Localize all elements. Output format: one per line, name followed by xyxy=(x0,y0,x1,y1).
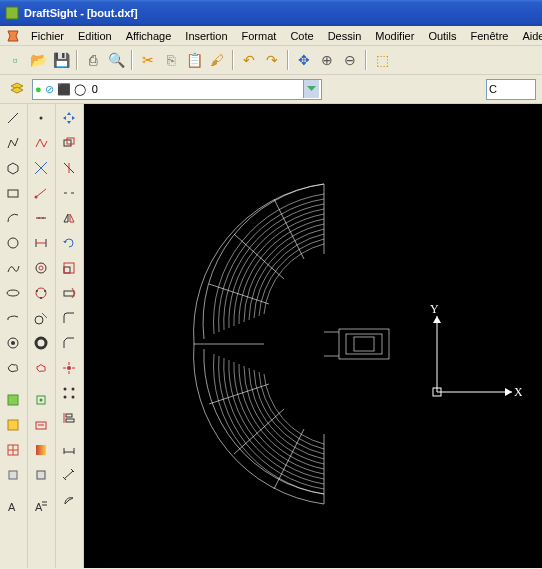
mirror-icon[interactable] xyxy=(58,207,80,229)
spline-icon[interactable] xyxy=(2,257,24,279)
attach-icon[interactable] xyxy=(30,414,52,436)
offset-icon[interactable] xyxy=(58,132,80,154)
svg-rect-85 xyxy=(354,337,374,351)
dim1-icon[interactable] xyxy=(58,439,80,461)
svg-point-20 xyxy=(35,196,38,199)
mdi-icon[interactable] xyxy=(5,28,21,44)
dim2-icon[interactable] xyxy=(58,464,80,486)
ucs-icon[interactable]: ⬚ xyxy=(371,49,393,71)
paint-icon[interactable]: 🖌 xyxy=(206,49,228,71)
stretch-icon[interactable] xyxy=(58,282,80,304)
open-icon[interactable]: 📂 xyxy=(27,49,49,71)
menu-fenetre[interactable]: Fenêtre xyxy=(464,28,516,44)
ellarc-icon[interactable] xyxy=(2,307,24,329)
text-icon[interactable]: A xyxy=(2,496,24,518)
hatch-icon[interactable] xyxy=(2,439,24,461)
pline2-icon[interactable] xyxy=(30,132,52,154)
svg-text:A: A xyxy=(35,501,43,513)
undo-icon[interactable]: ↶ xyxy=(238,49,260,71)
tangent-icon[interactable] xyxy=(30,307,52,329)
app-icon xyxy=(4,5,20,21)
cut-icon[interactable]: ✂ xyxy=(137,49,159,71)
menu-fichier[interactable]: Fichier xyxy=(24,28,71,44)
svg-point-22 xyxy=(38,217,40,219)
polyline-icon[interactable] xyxy=(2,132,24,154)
align-icon[interactable] xyxy=(58,407,80,429)
zoom-in-icon[interactable]: ⊕ xyxy=(316,49,338,71)
axis-x-label: X xyxy=(514,385,522,399)
menu-edition[interactable]: Edition xyxy=(71,28,119,44)
insert-icon[interactable] xyxy=(30,389,52,411)
svg-point-32 xyxy=(40,297,42,299)
ring-icon[interactable] xyxy=(30,332,52,354)
layer-print-icon: ◯ xyxy=(74,83,86,96)
color-dropdown[interactable]: C xyxy=(486,79,536,100)
arc-icon[interactable] xyxy=(2,207,24,229)
gradient-icon[interactable] xyxy=(30,439,52,461)
move-icon[interactable] xyxy=(58,107,80,129)
block-icon[interactable] xyxy=(2,389,24,411)
rotate-icon[interactable] xyxy=(58,232,80,254)
new-icon[interactable]: ▫ xyxy=(4,49,26,71)
donut-icon[interactable] xyxy=(2,332,24,354)
rect-icon[interactable] xyxy=(2,182,24,204)
pan-icon[interactable]: ✥ xyxy=(293,49,315,71)
menu-aide[interactable]: Aide xyxy=(515,28,542,44)
trim-icon[interactable] xyxy=(58,157,80,179)
point-icon[interactable] xyxy=(30,107,52,129)
menu-affichage[interactable]: Affichage xyxy=(119,28,179,44)
break-icon[interactable] xyxy=(58,182,80,204)
chamfer-icon[interactable] xyxy=(58,332,80,354)
circ3-icon[interactable] xyxy=(30,282,52,304)
svg-point-23 xyxy=(42,217,44,219)
ellipse-icon[interactable] xyxy=(2,282,24,304)
circle-icon[interactable] xyxy=(2,232,24,254)
title-bar: DraftSight - [bout.dxf] xyxy=(0,0,542,26)
fillet-icon[interactable] xyxy=(58,307,80,329)
menu-format[interactable]: Format xyxy=(235,28,284,44)
xline-icon[interactable] xyxy=(30,157,52,179)
toolbar-main: ▫📂💾⎙🔍✂⎘📋🖌↶↷✥⊕⊖⬚ xyxy=(0,46,542,75)
circ2-icon[interactable] xyxy=(30,257,52,279)
region-icon[interactable] xyxy=(2,464,24,486)
svg-line-73 xyxy=(69,498,73,500)
menu-bar: Fichier Edition Affichage Insertion Form… xyxy=(0,26,542,46)
ray-icon[interactable] xyxy=(30,182,52,204)
print-icon[interactable]: ⎙ xyxy=(82,49,104,71)
scale-icon[interactable] xyxy=(58,257,80,279)
line-icon[interactable] xyxy=(2,107,24,129)
svg-point-27 xyxy=(36,263,46,273)
svg-point-5 xyxy=(8,238,18,248)
mtext-icon[interactable]: A xyxy=(30,496,52,518)
dim3-icon[interactable] xyxy=(58,489,80,511)
menu-cote[interactable]: Cote xyxy=(283,28,320,44)
layer-manager-icon[interactable] xyxy=(6,78,28,100)
menu-dessin[interactable]: Dessin xyxy=(321,28,369,44)
save-icon[interactable]: 💾 xyxy=(50,49,72,71)
zoom-out-icon[interactable]: ⊖ xyxy=(339,49,361,71)
layer-name: 0 xyxy=(89,83,300,95)
svg-rect-41 xyxy=(37,471,45,479)
chevron-down-icon[interactable] xyxy=(303,80,319,98)
redo-icon[interactable]: ↷ xyxy=(261,49,283,71)
boundary-icon[interactable] xyxy=(30,464,52,486)
preview-icon[interactable]: 🔍 xyxy=(105,49,127,71)
block2-icon[interactable] xyxy=(2,414,24,436)
array-icon[interactable] xyxy=(58,382,80,404)
revcloud-icon[interactable] xyxy=(30,357,52,379)
divide-icon[interactable] xyxy=(30,207,52,229)
svg-point-35 xyxy=(36,338,46,348)
drawing-canvas[interactable]: X Y xyxy=(84,104,542,568)
svg-line-77 xyxy=(209,284,269,304)
measure-icon[interactable] xyxy=(30,232,52,254)
cloud-icon[interactable] xyxy=(2,357,24,379)
svg-rect-40 xyxy=(36,445,46,455)
copy-icon[interactable]: ⎘ xyxy=(160,49,182,71)
menu-insertion[interactable]: Insertion xyxy=(178,28,234,44)
menu-modifier[interactable]: Modifier xyxy=(368,28,421,44)
layer-dropdown[interactable]: ● ⊘ ⬛ ◯ 0 xyxy=(32,79,322,100)
menu-outils[interactable]: Outils xyxy=(421,28,463,44)
explode-icon[interactable] xyxy=(58,357,80,379)
polygon-icon[interactable] xyxy=(2,157,24,179)
paste-icon[interactable]: 📋 xyxy=(183,49,205,71)
